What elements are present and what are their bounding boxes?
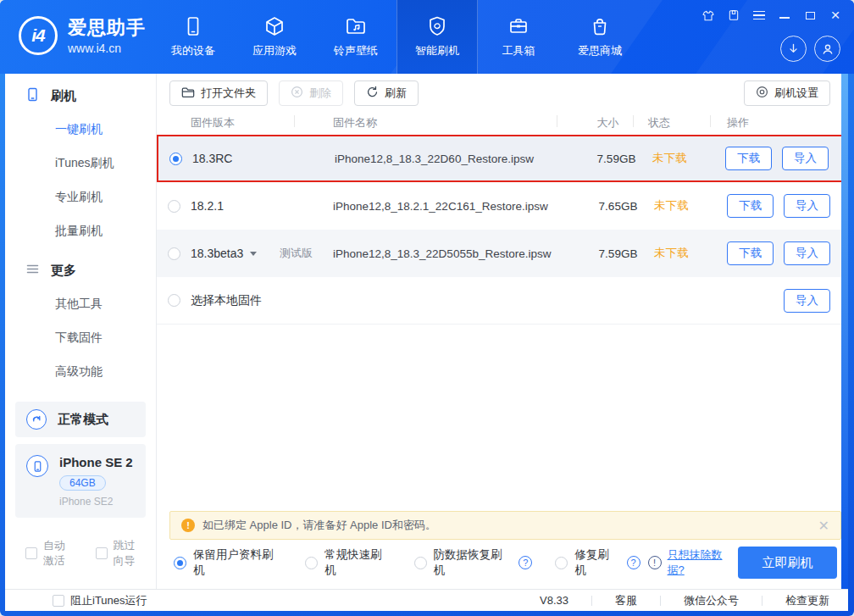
maximize-icon[interactable] bbox=[803, 8, 817, 22]
sidebar-item-pro-flash[interactable]: 专业刷机 bbox=[5, 180, 156, 214]
delete-circle-icon bbox=[291, 86, 303, 101]
sidebar-group-more: 更多 bbox=[5, 248, 156, 287]
refresh-button[interactable]: 刷新 bbox=[354, 80, 419, 106]
local-firmware-radio[interactable] bbox=[168, 294, 180, 307]
firmware-row-18-2-1[interactable]: 18.2.1 iPhone12,8_18.2.1_22C161_Restore.… bbox=[157, 182, 848, 230]
normal-fast-flash-radio[interactable] bbox=[305, 557, 318, 569]
device-name: iPhone SE 2 bbox=[59, 455, 133, 469]
erase-data-link[interactable]: 只想抹除数据? bbox=[668, 547, 738, 578]
sidebar: 刷机 一键刷机 iTunes刷机 专业刷机 批量刷机 更多 其他工具 下载固件 … bbox=[5, 74, 157, 589]
app-version: V8.33 bbox=[540, 594, 568, 607]
sidebar-group-flash: 刷机 bbox=[5, 74, 156, 113]
firmware-row-18-3beta3[interactable]: 18.3beta3 测试版 iPhone12,8_18.3_22D5055b_R… bbox=[157, 230, 848, 277]
device-mode-label: 正常模式 bbox=[58, 412, 108, 428]
connected-device-card[interactable]: iPhone SE 2 64GB iPhone SE2 bbox=[15, 444, 146, 518]
download-manager-icon[interactable] bbox=[780, 36, 807, 62]
sidebar-item-itunes-flash[interactable]: iTunes刷机 bbox=[5, 147, 156, 180]
user-account-icon[interactable] bbox=[814, 36, 840, 62]
app-title: 爱思助手 bbox=[68, 15, 146, 41]
skip-setup-checkbox[interactable] bbox=[96, 547, 108, 559]
anti-recovery-flash-radio[interactable] bbox=[414, 557, 427, 569]
nav-tab-toolbox[interactable]: 工具箱 bbox=[478, 0, 559, 74]
flash-now-button[interactable]: 立即刷机 bbox=[738, 547, 837, 579]
device-capacity-badge: 64GB bbox=[59, 475, 106, 491]
sidebar-item-advanced-features[interactable]: 高级功能 bbox=[5, 355, 156, 389]
app-logo: i4 爱思助手 www.i4.cn bbox=[19, 15, 146, 55]
menu-icon[interactable] bbox=[752, 8, 766, 22]
nav-tab-store[interactable]: 爱思商城 bbox=[559, 0, 640, 74]
delete-button[interactable]: 删除 bbox=[279, 80, 343, 106]
close-icon[interactable]: × bbox=[829, 8, 842, 22]
shield-refresh-icon bbox=[426, 15, 448, 37]
firmware-row-18-3rc[interactable]: 18.3RC iPhone12,8_18.3_22D60_Restore.ips… bbox=[157, 135, 848, 182]
open-folder-button[interactable]: 打开文件夹 bbox=[169, 80, 268, 106]
minimize-icon[interactable] bbox=[778, 8, 791, 22]
firmware-version: 18.2.1 bbox=[191, 199, 280, 213]
theme-skin-icon[interactable] bbox=[702, 8, 715, 22]
firmware-radio-18-3beta3[interactable] bbox=[168, 247, 180, 260]
local-firmware-row[interactable]: 选择本地固件 导入 bbox=[157, 277, 848, 325]
toolbox-icon bbox=[507, 15, 530, 37]
notice-close-icon[interactable]: ✕ bbox=[818, 518, 829, 534]
shopping-bag-icon bbox=[589, 15, 611, 37]
feedback-card-icon[interactable] bbox=[727, 8, 740, 22]
help-icon[interactable]: ? bbox=[627, 556, 640, 569]
block-itunes-checkbox[interactable] bbox=[53, 595, 64, 607]
option-repair-flash[interactable]: 修复刷机 bbox=[555, 547, 618, 578]
nav-tab-ringtones-wallpapers[interactable]: 铃声壁纸 bbox=[315, 0, 396, 74]
device-mode-card[interactable]: 正常模式 bbox=[15, 402, 146, 437]
firmware-toolbar: 打开文件夹 删除 刷新 bbox=[157, 74, 848, 108]
flash-mode-options: 保留用户资料刷机 常规快速刷机 防数据恢复刷机 ? 修复刷机 bbox=[157, 540, 848, 589]
app-url: www.i4.cn bbox=[68, 42, 146, 55]
device-phone-icon bbox=[26, 455, 48, 477]
main-nav: 我的设备 应用游戏 铃声壁纸 智能刷机 bbox=[152, 0, 640, 74]
firmware-status-badge: 未下载 bbox=[654, 198, 713, 214]
firmware-radio-18-3rc[interactable] bbox=[169, 153, 182, 165]
firmware-filename: iPhone12,8_18.3_22D5055b_Restore.ipsw bbox=[333, 247, 595, 260]
option-anti-recovery-flash[interactable]: 防数据恢复刷机 bbox=[414, 547, 512, 578]
cube-icon bbox=[263, 15, 286, 37]
import-button[interactable]: 导入 bbox=[782, 147, 829, 170]
vertical-scrollbar[interactable] bbox=[841, 74, 848, 589]
i4-logo-icon: i4 bbox=[19, 16, 58, 55]
import-button[interactable]: 导入 bbox=[784, 194, 830, 218]
auto-activate-checkbox[interactable] bbox=[25, 547, 37, 559]
device-model: iPhone SE2 bbox=[59, 496, 133, 508]
apple-id-notice: ! 如已绑定 Apple ID，请准备好 Apple ID和密码。 ✕ bbox=[169, 511, 841, 540]
header-quick-actions bbox=[780, 36, 840, 62]
skip-setup-option[interactable]: 跳过向导 bbox=[96, 538, 147, 569]
sidebar-item-other-tools[interactable]: 其他工具 bbox=[5, 287, 156, 321]
option-normal-fast-flash[interactable]: 常规快速刷机 bbox=[305, 547, 391, 578]
beta-tag: 测试版 bbox=[280, 246, 333, 261]
customer-service-link[interactable]: 客服 bbox=[615, 593, 637, 608]
sidebar-item-batch-flash[interactable]: 批量刷机 bbox=[5, 214, 156, 248]
notice-text: 如已绑定 Apple ID，请准备好 Apple ID和密码。 bbox=[202, 518, 436, 533]
flash-settings-button[interactable]: 刷机设置 bbox=[744, 80, 830, 106]
download-button[interactable]: 下载 bbox=[725, 147, 772, 170]
help-icon[interactable]: ? bbox=[518, 556, 532, 569]
block-itunes-option[interactable]: 阻止iTunes运行 bbox=[53, 593, 147, 608]
normal-mode-icon bbox=[26, 409, 47, 430]
nav-tab-apps-games[interactable]: 应用游戏 bbox=[234, 0, 315, 74]
sidebar-item-one-click-flash[interactable]: 一键刷机 bbox=[5, 113, 156, 147]
refresh-icon bbox=[366, 86, 379, 101]
option-keep-user-data[interactable]: 保留用户资料刷机 bbox=[174, 547, 282, 578]
import-button[interactable]: 导入 bbox=[784, 241, 830, 265]
window-controls: × bbox=[702, 8, 842, 22]
check-update-link[interactable]: 检查更新 bbox=[785, 593, 829, 608]
download-button[interactable]: 下载 bbox=[727, 241, 774, 265]
download-button[interactable]: 下载 bbox=[727, 194, 774, 218]
keep-user-data-radio[interactable] bbox=[174, 557, 186, 569]
phone-icon bbox=[25, 87, 40, 104]
local-firmware-label: 选择本地固件 bbox=[191, 293, 713, 308]
app-header: i4 爱思助手 www.i4.cn 我的设备 应用游戏 bbox=[0, 0, 854, 74]
wechat-account-link[interactable]: 微信公众号 bbox=[684, 593, 739, 608]
chevron-down-icon[interactable] bbox=[250, 252, 257, 256]
nav-tab-my-device[interactable]: 我的设备 bbox=[152, 0, 234, 74]
import-button[interactable]: 导入 bbox=[784, 289, 830, 313]
auto-activate-option[interactable]: 自动激活 bbox=[25, 538, 76, 569]
sidebar-item-download-firmware[interactable]: 下载固件 bbox=[5, 321, 156, 355]
repair-flash-radio[interactable] bbox=[555, 557, 568, 569]
firmware-radio-18-2-1[interactable] bbox=[168, 200, 180, 213]
nav-tab-smart-flash[interactable]: 智能刷机 bbox=[396, 0, 478, 74]
